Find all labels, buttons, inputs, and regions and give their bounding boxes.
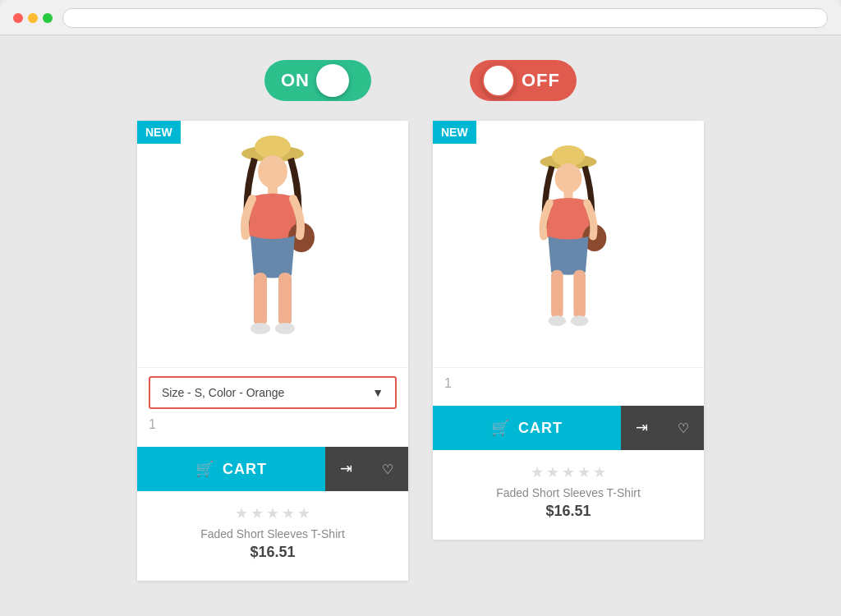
svg-point-8 [275, 323, 295, 334]
variant-select-1[interactable]: Size - S, Color - Orange ▼ [149, 376, 397, 409]
traffic-lights [13, 13, 53, 23]
product-controls-2: 1 [433, 367, 704, 406]
svg-point-10 [552, 145, 585, 166]
product-figure-1 [227, 129, 318, 359]
wishlist-button-1[interactable]: ♡ [367, 447, 408, 491]
product-figure-2 [527, 137, 609, 351]
compare-button-2[interactable]: ⇤ [621, 406, 663, 450]
compare-icon-2: ⇤ [636, 419, 648, 437]
browser-window: ON OFF NEW [0, 0, 841, 616]
cart-icon-1: 🛒 [195, 460, 214, 478]
product-card-1: NEW [137, 121, 408, 581]
product-card-2: NEW [433, 121, 704, 540]
toggle-on-label: ON [281, 70, 310, 91]
svg-point-11 [555, 163, 582, 193]
svg-point-1 [255, 136, 291, 159]
svg-point-2 [258, 155, 287, 188]
heart-icon-1: ♡ [382, 462, 393, 477]
quantity-1: 1 [149, 417, 397, 432]
product-name-1: Faded Short Sleeves T-Shirt [149, 527, 397, 540]
compare-icon-1: ⇤ [340, 460, 352, 478]
action-buttons-2: 🛒 CART ⇤ ♡ [433, 406, 704, 450]
product-controls-1: Size - S, Color - Orange ▼ 1 [137, 367, 408, 447]
product-name-2: Faded Short Sleeves T-Shirt [444, 486, 692, 499]
toggle-off-label: OFF [522, 70, 560, 91]
variant-text-1: Size - S, Color - Orange [162, 386, 284, 399]
toggle-off-knob [482, 64, 515, 97]
svg-rect-5 [254, 273, 267, 326]
product-price-2: $16.51 [444, 503, 692, 520]
svg-point-7 [250, 323, 270, 334]
card-bottom-1: ★ ★ ★ ★ ★ Faded Short Sleeves T-Shirt $1… [137, 491, 408, 581]
minimize-button[interactable] [28, 13, 38, 23]
maximize-button[interactable] [43, 13, 53, 23]
action-buttons-1: 🛒 CART ⇤ ♡ [137, 447, 408, 491]
toggle-on-knob [316, 64, 349, 97]
svg-rect-6 [278, 273, 292, 326]
svg-rect-15 [573, 270, 586, 319]
product-price-1: $16.51 [149, 544, 397, 561]
new-badge-1: NEW [137, 121, 181, 144]
browser-chrome [0, 0, 841, 35]
svg-point-16 [548, 315, 566, 326]
product-image-2 [433, 121, 704, 367]
quantity-2: 1 [444, 376, 692, 391]
svg-point-17 [571, 315, 589, 326]
product-image-1 [137, 121, 408, 367]
toggle-off[interactable]: OFF [470, 60, 577, 101]
cart-icon-2: 🛒 [491, 419, 510, 437]
cart-button-1[interactable]: 🛒 CART [137, 447, 325, 491]
wishlist-button-2[interactable]: ♡ [663, 406, 704, 450]
browser-content: ON OFF NEW [0, 35, 841, 616]
toggles-row: ON OFF [264, 60, 577, 101]
stars-2: ★ ★ ★ ★ ★ [444, 463, 692, 481]
close-button[interactable] [13, 13, 23, 23]
dropdown-icon-1: ▼ [372, 386, 384, 399]
address-bar[interactable] [62, 8, 828, 28]
card-bottom-2: ★ ★ ★ ★ ★ Faded Short Sleeves T-Shirt $1… [433, 450, 704, 540]
cart-label-1: CART [223, 461, 267, 478]
heart-icon-2: ♡ [678, 421, 689, 436]
stars-1: ★ ★ ★ ★ ★ [149, 504, 397, 522]
cart-label-2: CART [518, 420, 563, 437]
svg-rect-14 [551, 270, 563, 319]
compare-button-1[interactable]: ⇤ [325, 447, 367, 491]
new-badge-2: NEW [433, 121, 476, 144]
cart-button-2[interactable]: 🛒 CART [433, 406, 621, 450]
toggle-on[interactable]: ON [264, 60, 371, 101]
products-row: NEW [137, 121, 704, 581]
